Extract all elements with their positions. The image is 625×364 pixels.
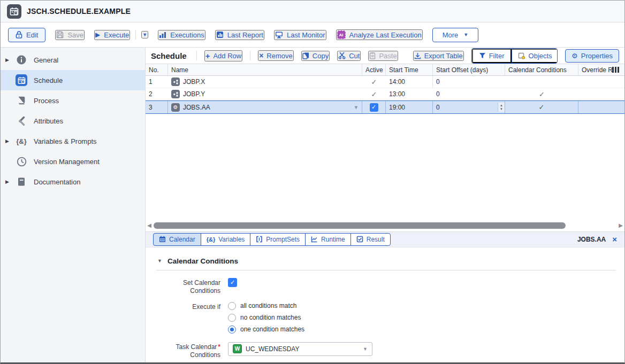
scrollbar-track[interactable] [154, 222, 616, 229]
caret-down-icon[interactable]: ▼ [363, 346, 368, 352]
task-calendar-combobox[interactable]: W UC_WEDNESDAY ▼ [228, 342, 372, 356]
cell-override[interactable] [578, 88, 624, 100]
column-header-no[interactable]: No. [146, 64, 168, 75]
column-header-calendar-conditions[interactable]: Calendar Conditions [505, 64, 578, 75]
executions-button[interactable]: Executions [158, 30, 205, 40]
cell-name[interactable]: JOBP.X [168, 76, 362, 88]
add-row-button[interactable]: + Add Row [204, 50, 243, 61]
caret-down-icon[interactable]: ▼ [354, 105, 359, 110]
sidebar-item-documentation[interactable]: ▶ Documentation [1, 172, 145, 192]
detail-tabs: Calendar {&} Variables PromptSets [153, 233, 391, 246]
cell-start-offset[interactable]: 0 [433, 88, 505, 100]
cell-name[interactable]: JOBP.Y [168, 88, 362, 100]
play-icon: ▶ [95, 31, 100, 38]
column-header-active[interactable]: Active [362, 64, 386, 75]
analyze-label: Analyze Last Execution [349, 31, 422, 39]
analyze-last-execution-button[interactable]: AI Analyze Last Execution [336, 29, 423, 40]
cut-label: Cut [349, 52, 360, 60]
table-row-selected[interactable]: 3 ⚙ JOBS.AA ▼ ✓ 19:00 0 [146, 100, 624, 114]
stepper-arrows[interactable]: ▲ ▼ [498, 103, 505, 112]
cell-active[interactable]: ✓ [362, 88, 386, 100]
calendar-object-badge-icon: W [233, 344, 242, 353]
radio-one-condition-matches[interactable]: one condition matches [228, 326, 304, 334]
cell-start-time-input[interactable]: 19:00 [386, 101, 433, 113]
close-icon[interactable]: × [612, 235, 617, 243]
cell-start-offset[interactable]: 0 [433, 76, 505, 88]
properties-button[interactable]: ⚙ Properties [565, 49, 619, 63]
execute-dropdown-button[interactable]: ▼ [141, 31, 148, 38]
scroll-left-icon[interactable]: ◀ [147, 222, 152, 228]
scroll-right-icon[interactable]: ▶ [618, 222, 623, 228]
sidebar-item-label: General [34, 56, 58, 64]
cut-button[interactable]: Cut [337, 51, 361, 61]
table-row[interactable]: 1 JOBP.X ✓ 14:00 0 [146, 76, 624, 88]
radio-all-conditions-match[interactable]: all conditions match [228, 302, 304, 310]
execute-if-radio-group: all conditions match no condition matche… [228, 302, 304, 334]
sidebar-item-variables-prompts[interactable]: ▶ {&} Variables & Prompts [1, 131, 145, 151]
column-header-override[interactable]: Override Ru [578, 64, 624, 75]
filter-button[interactable]: Filter [472, 49, 512, 63]
cell-start-time[interactable]: 13:00 [386, 88, 433, 100]
schedule-icon [16, 74, 27, 86]
objects-button[interactable]: Objects [512, 49, 558, 63]
cell-calendar-conditions[interactable] [505, 76, 578, 88]
cell-calendar-conditions[interactable]: ✓ [505, 101, 578, 113]
checkbox-checked-icon[interactable]: ✓ [370, 103, 378, 112]
executions-label: Executions [170, 31, 204, 39]
copy-button[interactable]: Copy [301, 51, 330, 61]
cell-override[interactable] [578, 101, 624, 113]
expander-icon[interactable]: ▶ [5, 138, 9, 144]
radio-icon[interactable] [228, 302, 236, 310]
schedule-section-title: Schedule [151, 51, 187, 60]
remove-button[interactable]: × Remove [258, 50, 294, 61]
tab-runtime[interactable]: Runtime [305, 233, 351, 246]
set-calendar-checkbox-checked[interactable]: ✓ [228, 278, 237, 287]
cell-override[interactable] [578, 76, 624, 88]
radio-icon[interactable] [228, 314, 236, 322]
sidebar-item-general[interactable]: ▶ General [1, 50, 145, 70]
column-header-start-time[interactable]: Start Time [386, 64, 433, 75]
column-header-name[interactable]: Name [168, 64, 362, 75]
column-header-start-offset[interactable]: Start Offset (days) [433, 64, 505, 75]
paste-button[interactable]: Paste [368, 51, 398, 61]
tab-promptsets[interactable]: PromptSets [250, 233, 306, 246]
section-header: ▼ Calendar Conditions [155, 257, 616, 265]
cell-active-checkbox[interactable]: ✓ [362, 101, 386, 113]
stepper-down-icon[interactable]: ▼ [500, 107, 503, 111]
sidebar-item-process[interactable]: Process [1, 90, 145, 111]
save-button[interactable]: Save [55, 30, 85, 40]
cell-no: 2 [146, 88, 168, 100]
cell-calendar-conditions[interactable]: ✓ [505, 88, 578, 100]
sidebar-item-label: Version Management [34, 158, 100, 166]
edit-button[interactable]: Edit [8, 28, 45, 42]
tab-variables[interactable]: {&} Variables [201, 233, 251, 246]
tab-result[interactable]: Result [350, 233, 391, 246]
cell-start-time[interactable]: 14:00 [386, 76, 433, 88]
radio-selected-icon[interactable] [228, 326, 236, 334]
tab-calendar[interactable]: Calendar [153, 233, 201, 246]
scrollbar-thumb[interactable] [154, 222, 566, 229]
execute-button[interactable]: ▶ Execute [94, 30, 130, 40]
override-label: Override Ru [582, 66, 612, 74]
sidebar-item-attributes[interactable]: Attributes [1, 111, 145, 131]
set-calendar-conditions-label: Set Calendar Conditions [169, 278, 220, 295]
last-monitor-button[interactable]: Last Monitor [274, 30, 326, 40]
expander-icon[interactable]: ▶ [5, 57, 9, 63]
cell-name-combobox[interactable]: ⚙ JOBS.AA ▼ [168, 101, 362, 113]
table-row[interactable]: 2 JOBP.Y ✓ 13:00 0 ✓ [146, 88, 624, 100]
last-report-button[interactable]: Last Report [215, 30, 264, 40]
expander-icon[interactable]: ▶ [5, 179, 9, 184]
sidebar-item-version-management[interactable]: Version Management [1, 151, 145, 172]
add-row-label: Add Row [213, 52, 241, 60]
paste-label: Paste [379, 52, 397, 60]
column-options-icon[interactable] [612, 67, 621, 73]
export-table-button[interactable]: Export Table [413, 51, 464, 61]
sidebar-item-schedule[interactable]: Schedule [1, 70, 145, 90]
stepper-up-icon[interactable]: ▲ [500, 104, 503, 107]
radio-no-condition-matches[interactable]: no condition matches [228, 314, 304, 322]
more-button[interactable]: More ▼ [432, 28, 479, 42]
remove-icon: × [259, 51, 263, 60]
collapse-icon[interactable]: ▼ [157, 258, 162, 264]
cell-start-offset-stepper[interactable]: 0 ▲ ▼ [433, 101, 505, 113]
cell-active[interactable]: ✓ [362, 76, 386, 88]
